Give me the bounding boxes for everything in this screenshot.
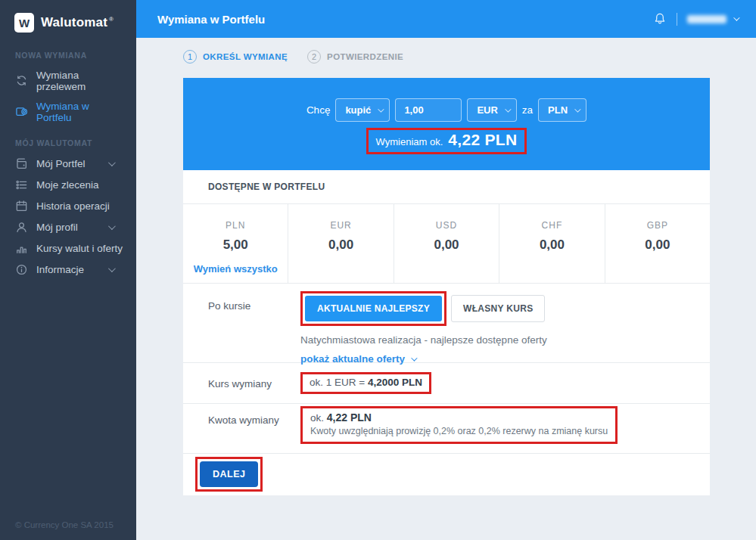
buy-currency-select[interactable]: EUR bbox=[467, 98, 516, 122]
step-label: POTWIERDZENIE bbox=[327, 52, 403, 61]
currency-code: GBP bbox=[605, 220, 710, 231]
sidebar-item-label: Kursy walut i oferty bbox=[36, 243, 123, 254]
chevron-down-icon bbox=[505, 106, 511, 112]
rate-note: Natychmiastowa realizacja - najlepsze do… bbox=[300, 334, 547, 346]
amount-input[interactable] bbox=[395, 98, 462, 122]
app-title: Walutomat® bbox=[41, 15, 114, 30]
submit-row: DALEJ bbox=[183, 454, 710, 495]
chevron-down-icon bbox=[108, 265, 116, 272]
next-button-annotation: DALEJ bbox=[195, 457, 263, 492]
exchange-rate-annotation: ok. 1 EUR = 4,2000 PLN bbox=[300, 372, 431, 394]
portfolio-balances: PLN 5,00 Wymień wszystko EUR 0,00 USD 0,… bbox=[183, 204, 710, 284]
chevron-down-icon bbox=[574, 106, 580, 112]
refresh-icon bbox=[15, 74, 28, 87]
sidebar-item-moj-profil[interactable]: Mój profil bbox=[0, 216, 136, 237]
sidebar-item-label: Moje zlecenia bbox=[36, 179, 99, 191]
exchange-all-link[interactable]: Wymień wszystko bbox=[183, 263, 288, 275]
step-number: 2 bbox=[307, 50, 321, 64]
sidebar-section-moj-walutomat: MÓJ WALUTOMAT bbox=[15, 138, 136, 147]
currency-code: EUR bbox=[288, 220, 393, 231]
action-select[interactable]: kupić bbox=[335, 98, 390, 122]
rate-buttons: AKTUALNIE NAJLEPSZY WŁASNY KURS bbox=[300, 291, 547, 326]
orders-list-icon bbox=[15, 178, 28, 191]
username-redacted bbox=[687, 15, 726, 23]
sidebar-item-label: Wymiana w Portfelu bbox=[36, 101, 126, 123]
chevron-down-icon bbox=[733, 14, 739, 20]
step-number: 1 bbox=[183, 50, 197, 64]
sidebar-item-wymiana-przelewem[interactable]: Wymiana przelewem bbox=[0, 65, 136, 96]
step-1-okresl-wymiane[interactable]: 1 OKREŚL WYMIANĘ bbox=[183, 50, 288, 64]
best-rate-annotation: AKTUALNIE NAJLEPSZY bbox=[300, 291, 446, 326]
portfolio-section-title: DOSTĘPNE W PORTFELU bbox=[183, 170, 710, 204]
app-logo[interactable]: W Walutomat® bbox=[0, 0, 136, 33]
currency-amount: 0,00 bbox=[288, 237, 393, 253]
step-label: OKREŚL WYMIANĘ bbox=[203, 52, 288, 61]
sidebar-item-kursy-walut[interactable]: Kursy walut i oferty bbox=[0, 237, 136, 259]
sidebar-item-informacje[interactable]: Informacje bbox=[0, 259, 136, 280]
walutomat-logo-icon: W bbox=[14, 13, 34, 33]
exchange-form: Chcę kupić EUR za PLN bbox=[306, 98, 586, 122]
sidebar-item-label: Historia operacji bbox=[36, 200, 110, 212]
sidebar: W Walutomat® NOWA WYMIANA Wymiana przele… bbox=[0, 0, 136, 540]
best-rate-button[interactable]: AKTUALNIE NAJLEPSZY bbox=[305, 296, 442, 321]
sidebar-item-moje-zlecenia[interactable]: Moje zlecenia bbox=[0, 174, 136, 195]
commission-note: Kwoty uwzględniają prowizję 0,2% oraz 0,… bbox=[310, 426, 608, 436]
custom-rate-button[interactable]: WŁASNY KURS bbox=[451, 295, 545, 322]
user-menu[interactable] bbox=[687, 15, 738, 23]
sidebar-section-nowa-wymiana: NOWA WYMIANA bbox=[15, 51, 136, 60]
show-offers-link[interactable]: pokaż aktualne oferty bbox=[300, 353, 547, 365]
for-label: za bbox=[522, 104, 533, 116]
info-icon bbox=[15, 263, 28, 276]
balance-col-usd: USD 0,00 bbox=[394, 204, 499, 283]
bell-icon[interactable] bbox=[653, 12, 667, 26]
main-content: 1 OKREŚL WYMIANĘ 2 POTWIERDZENIE Chcę ku… bbox=[136, 38, 756, 540]
currency-amount: 0,00 bbox=[605, 237, 710, 253]
exchange-amount-annotation: ok. 4,22 PLN Kwoty uwzględniają prowizję… bbox=[300, 406, 618, 444]
currency-code: USD bbox=[394, 220, 499, 231]
topbar-divider bbox=[677, 13, 677, 26]
currency-amount: 0,00 bbox=[394, 237, 499, 253]
topbar-actions bbox=[653, 12, 738, 26]
balance-col-chf: CHF 0,00 bbox=[499, 204, 605, 283]
step-2-potwierdzenie[interactable]: 2 POTWIERDZENIE bbox=[307, 50, 403, 64]
result-prefix: Wymieniam ok. bbox=[376, 136, 443, 147]
exchange-card: Chcę kupić EUR za PLN bbox=[183, 78, 710, 495]
calendar-icon bbox=[15, 200, 28, 213]
balance-col-gbp: GBP 0,00 bbox=[605, 204, 710, 283]
user-icon bbox=[15, 221, 28, 234]
page-title: Wymiana w Portfelu bbox=[157, 13, 265, 26]
wallet-icon bbox=[15, 157, 28, 170]
rate-row: Po kursie AKTUALNIE NAJLEPSZY WŁASNY KUR… bbox=[183, 284, 710, 363]
sidebar-item-label: Mój profil bbox=[36, 222, 78, 233]
balance-col-pln: PLN 5,00 Wymień wszystko bbox=[183, 204, 288, 283]
registered-mark: ® bbox=[109, 16, 114, 23]
exchange-rate-label: Kurs wymiany bbox=[183, 363, 300, 403]
sidebar-item-historia-operacji[interactable]: Historia operacji bbox=[0, 195, 136, 216]
chevron-down-icon bbox=[378, 106, 384, 112]
sell-currency-select[interactable]: PLN bbox=[538, 98, 586, 122]
sidebar-item-label: Mój Portfel bbox=[36, 158, 86, 169]
step-indicator: 1 OKREŚL WYMIANĘ 2 POTWIERDZENIE bbox=[183, 50, 403, 64]
chevron-down-icon bbox=[108, 159, 116, 166]
topbar: Wymiana w Portfelu bbox=[136, 0, 756, 38]
rate-row-label: Po kursie bbox=[183, 284, 300, 362]
sell-currency-value: PLN bbox=[548, 104, 568, 116]
chevron-down-icon bbox=[411, 355, 417, 361]
exchange-amount-row: Kwota wymiany ok. 4,22 PLN Kwoty uwzględ… bbox=[183, 404, 710, 454]
exchange-result-annotation: Wymieniam ok. 4,22 PLN bbox=[366, 128, 527, 154]
exchange-amount-value: ok. 4,22 PLN bbox=[310, 411, 608, 424]
buy-currency-value: EUR bbox=[477, 104, 497, 116]
currency-code: CHF bbox=[499, 220, 604, 231]
balance-col-eur: EUR 0,00 bbox=[288, 204, 394, 283]
exchange-amount-label: Kwota wymiany bbox=[183, 404, 300, 453]
next-button[interactable]: DALEJ bbox=[200, 461, 258, 487]
currency-code: PLN bbox=[183, 220, 288, 231]
sidebar-item-label: Informacje bbox=[36, 264, 84, 275]
chart-bars-icon bbox=[15, 242, 28, 255]
sidebar-item-moj-portfel[interactable]: Mój Portfel bbox=[0, 153, 136, 174]
sidebar-item-wymiana-w-portfelu[interactable]: Wymiana w Portfelu bbox=[0, 96, 136, 127]
intro-label: Chcę bbox=[306, 104, 331, 116]
currency-amount: 0,00 bbox=[499, 237, 604, 253]
result-amount: 4,22 PLN bbox=[448, 131, 517, 149]
rate-row-value: AKTUALNIE NAJLEPSZY WŁASNY KURS Natychmi… bbox=[300, 284, 547, 362]
